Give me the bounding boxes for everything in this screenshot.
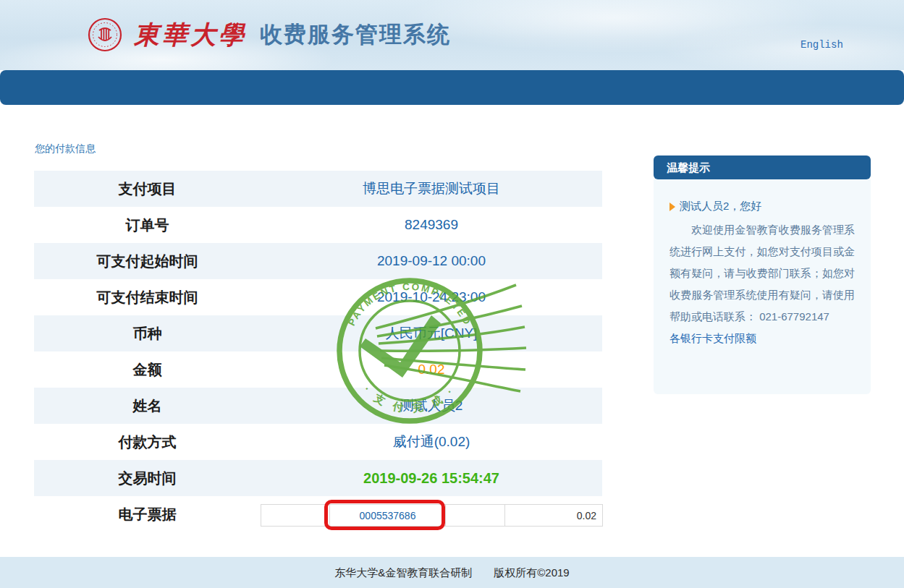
row-value: 人民币元[CNY]: [261, 324, 602, 343]
row-value: 测试人员2: [261, 396, 602, 415]
payment-result-page: 東華大學 收费服务管理系统 English 您的付款信息 支付项目 博思电子票据…: [0, 0, 904, 588]
greeting-text: 测试人员2，您好: [680, 200, 761, 213]
page-header: 東華大學 收费服务管理系统 English: [0, 0, 904, 70]
row-label: 可支付结束时间: [34, 288, 261, 307]
table-row: 可支付结束时间 2019-10-24 23:00: [34, 279, 602, 315]
navigation-bar: [0, 70, 904, 105]
table-row: 交易时间 2019-09-26 15:54:47: [34, 460, 602, 496]
row-value: 8249369: [261, 217, 602, 233]
row-label: 订单号: [34, 216, 261, 235]
greeting-row: 测试人员2，您好: [669, 200, 855, 213]
university-name: 東華大學: [134, 18, 247, 52]
brand: 東華大學 收费服务管理系统: [88, 12, 451, 58]
payment-info-table: 支付项目 博思电子票据测试项目 订单号 8249369 可支付起始时间 2019…: [34, 171, 602, 532]
row-label: 金额: [34, 360, 261, 380]
row-value: 威付通(0.02): [261, 433, 602, 451]
row-label: 可支付起始时间: [34, 252, 261, 271]
table-row: 订单号 8249369: [34, 207, 602, 243]
row-label: 姓名: [34, 396, 261, 416]
row-label: 电子票据: [34, 505, 261, 524]
receipt-amount-cell: 0.02: [505, 505, 603, 527]
tips-panel: 温馨提示 测试人员2，您好 欢迎使用金智教育收费服务管理系统进行网上支付，如您对…: [654, 155, 871, 394]
receipt-table: 0005537686 0.02: [261, 504, 603, 527]
payment-info-section-title: 您的付款信息: [35, 142, 96, 155]
tips-message: 欢迎使用金智教育收费服务管理系统进行网上支付，如您对支付项目或金额有疑问，请与收…: [669, 219, 855, 328]
receipt-empty-cell: [446, 505, 505, 527]
arrow-right-icon: [669, 203, 675, 211]
row-label: 币种: [34, 324, 261, 344]
receipt-empty-cell: [261, 505, 330, 527]
table-row: 可支付起始时间 2019-09-12 00:00: [34, 243, 602, 279]
system-title: 收费服务管理系统: [260, 20, 451, 50]
tips-panel-body: 测试人员2，您好 欢迎使用金智教育收费服务管理系统进行网上支付，如您对支付项目或…: [654, 179, 871, 394]
row-label: 交易时间: [34, 469, 261, 488]
page-footer: 东华大学&金智教育联合研制 版权所有©2019: [0, 557, 904, 588]
table-row: 币种 人民币元[CNY]: [34, 315, 602, 351]
row-value: 2019-09-12 00:00: [261, 253, 602, 269]
tips-panel-title: 温馨提示: [654, 155, 871, 179]
row-value-amount: 0.02: [261, 362, 602, 378]
row-value-transaction-time: 2019-09-26 15:54:47: [261, 470, 602, 487]
row-value: 2019-10-24 23:00: [261, 289, 602, 305]
bank-card-limit-link[interactable]: 各银行卡支付限额: [669, 328, 855, 349]
table-row: 姓名 测试人员2: [34, 388, 602, 424]
table-row: 金额 0.02: [34, 351, 602, 388]
row-label: 付款方式: [34, 433, 261, 452]
receipt-number-link[interactable]: 0005537686: [330, 505, 446, 527]
english-language-link[interactable]: English: [800, 39, 843, 51]
row-value: 博思电子票据测试项目: [261, 179, 602, 198]
university-seal-icon: [88, 17, 122, 52]
row-label: 支付项目: [34, 179, 261, 199]
table-row: 付款方式 威付通(0.02): [34, 424, 602, 460]
table-row: 支付项目 博思电子票据测试项目: [34, 171, 602, 207]
